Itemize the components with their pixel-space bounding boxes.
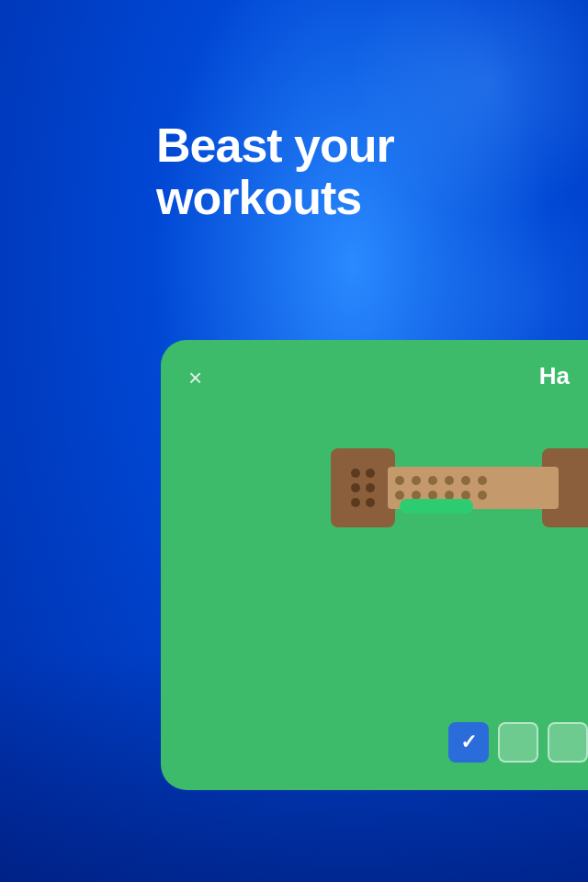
plate-dot — [351, 469, 360, 478]
collar-dot — [478, 476, 487, 485]
dot-row-1 — [351, 469, 375, 478]
close-button[interactable]: × — [188, 366, 202, 390]
collar-dot — [445, 476, 454, 485]
collar-dot — [478, 491, 487, 500]
plate-dot — [366, 483, 375, 492]
dot-row-2 — [351, 483, 375, 492]
checkbox-1-checked[interactable]: ✓ — [448, 722, 489, 763]
collar-dot — [428, 476, 437, 485]
plate-dot — [366, 498, 375, 507]
collar-dot-row-1 — [395, 476, 551, 485]
checkbox-3-unchecked[interactable] — [548, 722, 588, 763]
card-partial-title: Ha — [539, 362, 570, 390]
collar-dot — [395, 491, 404, 500]
barbell-illustration — [331, 432, 588, 570]
plate-dot — [351, 498, 360, 507]
plate-dot — [351, 483, 360, 492]
headline-line2: workouts — [156, 172, 394, 224]
checkbox-2-unchecked[interactable] — [498, 722, 538, 763]
checkmark-icon: ✓ — [460, 730, 477, 754]
barbell-wrapper — [331, 432, 588, 570]
plate-dot — [366, 469, 375, 478]
headline: Beast your workouts — [156, 119, 394, 224]
collar-dot — [395, 476, 404, 485]
checkbox-row: ✓ — [448, 722, 588, 763]
collar-dot — [461, 476, 470, 485]
headline-line1: Beast your — [156, 119, 394, 172]
collar-dot — [412, 476, 421, 485]
progress-indicator — [400, 499, 473, 514]
weight-plate-left — [331, 448, 395, 527]
workout-card: × Ha — [161, 340, 588, 790]
dot-row-3 — [351, 498, 375, 507]
